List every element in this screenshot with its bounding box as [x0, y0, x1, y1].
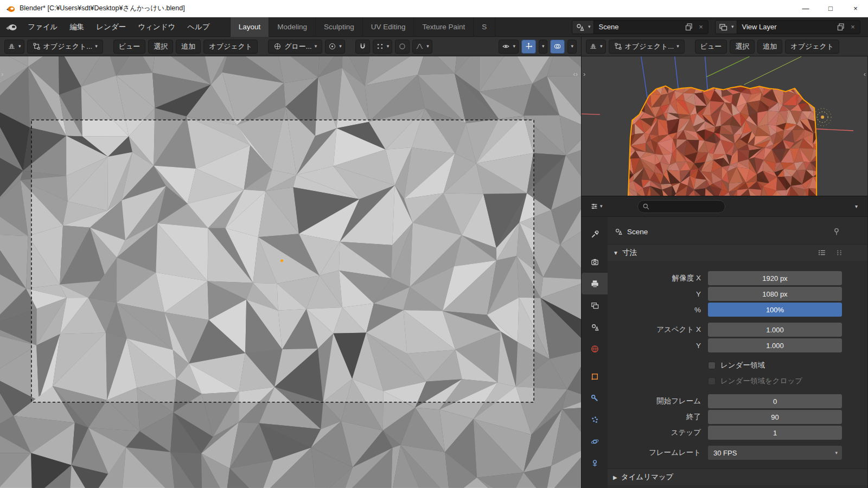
terrain-mesh — [625, 75, 820, 196]
region-expand-arrow-left[interactable]: › — [1, 70, 3, 78]
properties-tab-tool[interactable] — [582, 223, 608, 245]
snap-magnet-toggle[interactable] — [355, 40, 370, 54]
properties-tab-view-layer[interactable] — [582, 294, 608, 316]
remove-view-layer-icon[interactable]: × — [848, 22, 858, 32]
scene-icon — [575, 22, 585, 32]
tab-sculpting[interactable]: Sculpting — [315, 17, 362, 37]
frame-rate-dropdown[interactable]: 30 FPS▾ — [708, 446, 842, 460]
frame-end-field[interactable]: 90 — [708, 410, 842, 424]
frame-rate-label: フレームレート — [608, 448, 708, 458]
properties-tab-output[interactable] — [582, 273, 608, 294]
view-menu[interactable]: ビュー — [113, 40, 146, 54]
resolution-x-field[interactable]: 1920 px — [708, 271, 842, 285]
breadcrumb-scene-name[interactable]: Scene — [627, 228, 648, 236]
view-layer-dropdown[interactable]: ▾ — [716, 21, 737, 34]
modifiers-icon — [590, 394, 599, 403]
maximize-button[interactable]: □ — [818, 0, 843, 17]
add-menu-right[interactable]: 追加 — [757, 40, 782, 54]
properties-tab-constraints[interactable] — [582, 452, 608, 474]
menu-window[interactable]: ウィンドウ — [132, 17, 181, 37]
add-menu[interactable]: 追加 — [176, 40, 201, 54]
resolution-y-field[interactable]: 1080 px — [708, 287, 842, 301]
properties-editor-type-button[interactable]: ▾ — [587, 200, 606, 214]
viewport-header-right: ▾ オブジェクト...▾ ビュー 選択 追加 オブジェクト — [582, 37, 868, 56]
properties-search-input[interactable] — [637, 200, 725, 213]
properties-tab-scene[interactable] — [582, 316, 608, 338]
resolution-percent-slider[interactable]: 100% — [708, 303, 842, 317]
scene-name-field[interactable]: Scene — [594, 23, 684, 31]
properties-tab-physics[interactable] — [582, 431, 608, 452]
visibility-dropdown[interactable]: ▾ — [499, 40, 519, 54]
properties-tab-world[interactable] — [582, 338, 608, 359]
select-menu-right[interactable]: 選択 — [730, 40, 755, 54]
view-layer-selector: ▾ View Layer × — [715, 20, 860, 34]
pivot-point-dropdown[interactable]: ▾ — [325, 40, 345, 54]
tab-layout[interactable]: Layout — [230, 17, 269, 37]
proportional-falloff-dropdown[interactable]: ▾ — [412, 40, 432, 54]
minimize-button[interactable]: — — [793, 0, 818, 17]
scene-icon — [614, 227, 623, 236]
editor-type-button[interactable]: ▾ — [4, 40, 24, 54]
magnet-icon — [359, 42, 367, 50]
overlays-toggle[interactable] — [550, 40, 565, 54]
snap-settings-dropdown[interactable]: ▾ — [373, 40, 393, 54]
tab-texture-paint[interactable]: Texture Paint — [413, 17, 473, 37]
gizmo-toggle[interactable] — [521, 40, 536, 54]
object-menu[interactable]: オブジェクト — [203, 40, 258, 54]
unlink-scene-icon[interactable]: × — [696, 22, 706, 32]
copy-view-layer-icon[interactable] — [836, 22, 846, 32]
gizmo-dropdown[interactable]: ▾ — [539, 40, 548, 54]
frame-start-field[interactable]: 0 — [708, 394, 842, 408]
filter-dropdown[interactable]: ▾ — [855, 203, 858, 209]
axis-line — [744, 56, 801, 85]
time-remap-panel-header[interactable]: ▶ タイムリマップ — [608, 469, 867, 485]
menu-help[interactable]: ヘルプ — [181, 17, 215, 37]
aspect-y-field[interactable]: 1.000 — [708, 338, 842, 352]
select-menu[interactable]: 選択 — [148, 40, 173, 54]
blender-menu-icon[interactable] — [5, 23, 17, 31]
properties-tab-object[interactable] — [582, 365, 608, 387]
dimensions-panel-header[interactable]: ▼ 寸法 — [608, 245, 867, 261]
menu-file[interactable]: ファイル — [22, 17, 63, 37]
properties-tab-particles[interactable] — [582, 409, 608, 431]
lamp-line — [705, 56, 708, 92]
view-layer-name-field[interactable]: View Layer — [737, 23, 836, 31]
region-expand-arrow[interactable]: ‹ — [864, 70, 866, 78]
region-expand-arrow[interactable]: › — [583, 70, 585, 78]
overlays-dropdown[interactable]: ▾ — [567, 40, 577, 54]
menu-render[interactable]: レンダー — [90, 17, 132, 37]
pin-icon[interactable] — [832, 227, 841, 237]
frame-step-field[interactable]: 1 — [708, 426, 842, 440]
drag-grip-icon[interactable] — [835, 248, 844, 259]
properties-tab-modifiers[interactable] — [582, 387, 608, 409]
mode-dropdown[interactable]: オブジェクト...▾ — [27, 40, 103, 54]
scene-type-dropdown[interactable]: ▾ — [572, 21, 594, 34]
workspace-tabs: LayoutModelingSculptingUV EditingTexture… — [230, 17, 496, 37]
crop-render-region-label: レンダー領域をクロップ — [720, 376, 802, 386]
properties-tab-render[interactable] — [582, 251, 608, 273]
proportional-editing-toggle[interactable] — [395, 40, 410, 54]
view-menu-right[interactable]: ビュー — [695, 40, 727, 54]
close-button[interactable]: × — [843, 0, 868, 17]
constraints-icon — [590, 459, 599, 468]
3d-viewport-camera-view[interactable]: › ‹› — [0, 56, 582, 488]
3d-viewport-secondary[interactable]: › ‹ — [582, 56, 867, 196]
menu-edit[interactable]: 編集 — [63, 17, 90, 37]
editor-type-button-right[interactable]: ▾ — [586, 40, 606, 54]
presets-list-icon[interactable] — [818, 248, 826, 259]
copy-scene-icon[interactable] — [684, 22, 694, 32]
region-expand-arrow-right[interactable]: ‹› — [573, 70, 578, 78]
tab-modeling[interactable]: Modeling — [269, 17, 315, 37]
frame-start-label: 開始フレーム — [608, 396, 708, 406]
transform-orientation-dropdown[interactable]: グロー...▾ — [268, 40, 322, 54]
aspect-x-field[interactable]: 1.000 — [708, 323, 842, 337]
mode-dropdown-right[interactable]: オブジェクト...▾ — [609, 40, 685, 54]
render-region-checkbox[interactable] — [708, 362, 716, 369]
viewport-3d-icon — [8, 42, 16, 50]
dimensions-panel-body: 解像度 X 1920 px Y 1080 px % 100% — [608, 261, 867, 465]
tab-shading[interactable]: S — [473, 17, 495, 37]
aspect-x-label: アスペクト X — [608, 325, 708, 335]
resolution-x-label: 解像度 X — [608, 273, 708, 283]
tab-uv-editing[interactable]: UV Editing — [362, 17, 414, 37]
object-menu-right[interactable]: オブジェクト — [785, 40, 839, 54]
